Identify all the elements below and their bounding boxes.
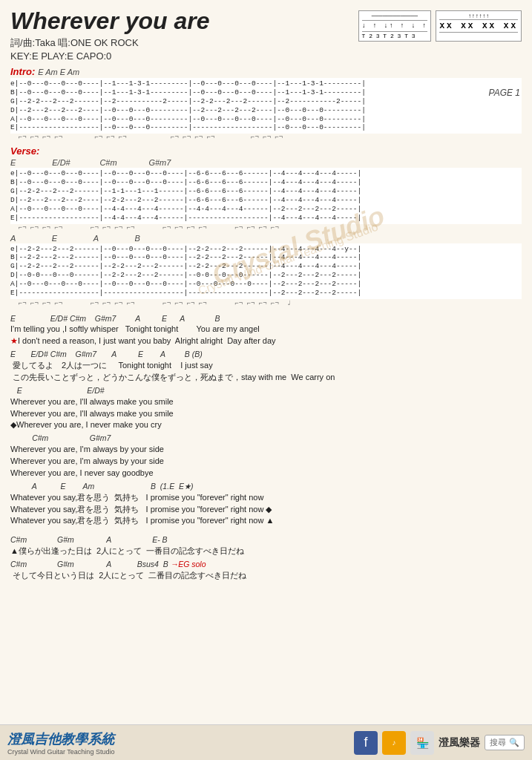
- verse-strum1: ⌐¬ ⌐¬ ⌐¬ ⌐¬ ⌐¬ ⌐¬ ⌐¬ ⌐¬ ⌐¬ ⌐¬ ⌐¬ ⌐¬ ⌐¬ ⌐…: [10, 224, 522, 232]
- search-text: 搜尋: [490, 737, 506, 748]
- lyric-8: Wherever you are, I'm always by your sid…: [10, 444, 522, 456]
- store-icon[interactable]: 🏪: [410, 731, 434, 755]
- verse-chord-row1: E E/D# C#m G#m7: [10, 158, 522, 167]
- chord-line-3: E E/D#: [10, 385, 522, 396]
- chord-line-5: A E Am B (1.E E★): [10, 481, 522, 492]
- facebook-icon[interactable]: f: [354, 731, 378, 755]
- lyric-2: ★I don't need a reason, I just want you …: [10, 335, 522, 347]
- lyric-7: ◆Wherever you are, I never make you cry: [10, 419, 522, 431]
- lyric-6: Wherever you are, I'll always make you s…: [10, 408, 522, 420]
- bottom-logo-area: 澄風吉他教學系統 Crystal Wind Guitar Teaching St…: [7, 730, 114, 756]
- star-icon: ★: [10, 336, 18, 345]
- lyric-12: Whatever you say,君を思う 気持ち I promise you …: [10, 504, 522, 516]
- chord-line-6: C#m G#m A E- B: [10, 534, 522, 546]
- verse-tab1: e|--0---0---0---0----|--0---0---0---0---…: [10, 168, 522, 223]
- meta-line1: 詞/曲:Taka 唱:ONE OK ROCK: [10, 36, 351, 50]
- verse-strum2: ⌐¬ ⌐¬ ⌐¬ ⌐¬ ⌐¬ ⌐¬ ⌐¬ ⌐¬ ⌐¬ ⌐¬ ⌐¬ ⌐¬ ⌐¬ ⌐…: [10, 299, 522, 307]
- lyric-3: 愛してるよ 2人は一つに Tonight tonight I just say: [10, 360, 522, 372]
- chord-line-1: E E/D# C#m G#m7 A E A B: [10, 313, 522, 324]
- intro-tab: e|--0---0---0---0----|--1---1-3-1-------…: [10, 78, 522, 134]
- lyric-5: Wherever you are, I'll always make you s…: [10, 396, 522, 408]
- logo-text: 澄風吉他教學系統: [7, 730, 114, 748]
- page-title: Wherever you are: [10, 7, 351, 35]
- bottom-bar: 澄風吉他教學系統 Crystal Wind Guitar Teaching St…: [0, 724, 532, 760]
- lyric-4: この先長いことずっと，どうかこんな僕をずっと，死ぬまで，stay with me…: [10, 372, 522, 384]
- chord-line-2: E E/D# C#m G#m7 A E A B (B): [10, 349, 522, 360]
- page-number: PAGE 1: [489, 88, 520, 98]
- verse-tab2: e|--2-2---2---2------|--0---0---0---0---…: [10, 243, 522, 299]
- logo-sub: Crystal Wind Guitar Teaching Studio: [7, 748, 114, 756]
- spacer: [10, 527, 522, 533]
- lyric-14: ▲僕らが出逢った日は 2人にとって 一番目の記念すべき日だね: [10, 546, 522, 557]
- search-icon: 🔍: [509, 738, 519, 747]
- lyric-10: Wherever you are, I never say goodbye: [10, 468, 522, 479]
- key-line: KEY:E PLAY:E CAPO:0: [10, 50, 351, 62]
- strumming-pattern: ───────────── ↓ ↑ ↓↑ ↑ ↓ ↑ T 2 3 T 2 3 T…: [358, 10, 432, 42]
- page: Crystal Studio Crystal Wind Guitar Teach…: [0, 0, 532, 760]
- shop-label: 澄風樂器: [439, 736, 480, 750]
- chord-line-4: C#m G#m7: [10, 433, 522, 444]
- eg-solo: →EG solo: [171, 560, 206, 569]
- lyric-11: Whatever you say,君を思う 気持ち I promise you …: [10, 492, 522, 504]
- music-icon[interactable]: ♪: [382, 731, 406, 755]
- lyric-9: Wherever you are, I'm always by your sid…: [10, 456, 522, 468]
- search-box[interactable]: 搜尋 🔍: [485, 735, 525, 750]
- intro-chords: E Am E Am: [38, 68, 79, 76]
- lyric-1: I'm telling you ,I softly whisper Tonigh…: [10, 324, 522, 335]
- intro-label: Intro:: [10, 66, 35, 77]
- lyric-13: Whatever you say,君を思う 気持ち I promise you …: [10, 515, 522, 527]
- intro-strum: ⌐¬ ⌐¬ ⌐¬ ⌐¬ ⌐¬ ⌐¬ ⌐¬ ⌐¬ ⌐¬ ⌐¬ ⌐¬ ⌐¬ ⌐¬ ⌐…: [10, 134, 522, 141]
- chord-xx-diagram: ↑↑↑↑↑↑ XX XX XX XX: [436, 10, 522, 42]
- verse-chord-row2: A E A B: [10, 234, 522, 243]
- bottom-icons: f ♪ 🏪 澄風樂器 搜尋 🔍: [354, 731, 525, 755]
- verse-label: Verse:: [10, 145, 522, 157]
- chord-line-7: C#m G#m A Bsus4 B →EG solo: [10, 559, 522, 570]
- lyrics-section: E E/D# C#m G#m7 A E A B I'm telling you …: [10, 310, 522, 585]
- lyric-15: そして今日という日は 2人にとって 二番目の記念すべき日だね: [10, 570, 522, 582]
